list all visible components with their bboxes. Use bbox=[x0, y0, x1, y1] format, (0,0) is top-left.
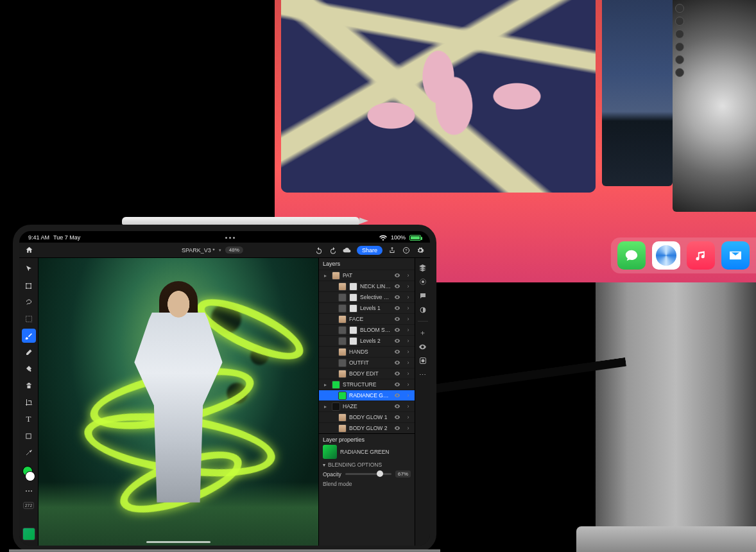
properties-tab-icon[interactable] bbox=[418, 277, 427, 286]
layer-options-icon[interactable]: › bbox=[404, 283, 412, 289]
svg-rect-7 bbox=[26, 316, 31, 322]
layer-row[interactable]: RADIANCE GREEN› bbox=[319, 390, 415, 401]
dock-messages-icon[interactable] bbox=[617, 241, 646, 270]
visibility-eye-icon[interactable] bbox=[394, 316, 402, 322]
home-icon[interactable] bbox=[24, 246, 33, 255]
macos-dock[interactable] bbox=[611, 237, 756, 273]
layer-options-icon[interactable]: › bbox=[404, 305, 412, 311]
layer-options-icon[interactable]: › bbox=[404, 392, 412, 399]
dock-safari-icon[interactable] bbox=[652, 241, 680, 270]
opacity-slider[interactable] bbox=[345, 473, 391, 475]
redo-icon[interactable] bbox=[329, 246, 338, 255]
dock-music-icon[interactable] bbox=[687, 241, 715, 270]
opacity-value[interactable]: 67% bbox=[395, 470, 411, 478]
visibility-eye-icon[interactable] bbox=[394, 414, 402, 420]
visibility-eye-icon[interactable] bbox=[394, 381, 402, 388]
disclosure-icon[interactable]: ▸ bbox=[324, 382, 329, 388]
layer-options-icon[interactable]: › bbox=[404, 272, 412, 279]
navigator-thumb[interactable] bbox=[22, 528, 35, 540]
cloud-icon[interactable] bbox=[343, 246, 352, 255]
eyedropper-tool-icon[interactable] bbox=[22, 445, 36, 460]
layer-options-icon[interactable]: › bbox=[404, 338, 412, 344]
visibility-eye-icon[interactable] bbox=[394, 349, 402, 355]
visibility-eye-icon[interactable] bbox=[394, 272, 402, 279]
layer-options-icon[interactable]: › bbox=[404, 294, 412, 300]
eraser-tool-icon[interactable] bbox=[22, 345, 36, 359]
visibility-eye-icon[interactable] bbox=[394, 392, 402, 399]
text-tool-icon[interactable]: T bbox=[22, 412, 36, 426]
zoom-level[interactable]: 48% bbox=[225, 246, 243, 254]
background-color-swatch[interactable] bbox=[25, 471, 35, 481]
dock-mail-icon[interactable] bbox=[721, 241, 750, 270]
layer-options-icon[interactable]: › bbox=[404, 359, 412, 366]
multitask-dots-icon[interactable] bbox=[225, 237, 235, 239]
layer-options-icon[interactable]: › bbox=[404, 425, 412, 431]
layer-row[interactable]: BODY EDIT› bbox=[319, 368, 415, 379]
fill-tool-icon[interactable] bbox=[22, 362, 36, 376]
layer-row[interactable]: Levels 2› bbox=[319, 335, 415, 346]
quickselect-tool-icon[interactable] bbox=[22, 312, 36, 326]
shape-tool-icon[interactable] bbox=[22, 429, 36, 443]
layer-row[interactable]: BODY GLOW 1› bbox=[319, 411, 415, 422]
layer-row[interactable]: NECK LINE PATCH› bbox=[319, 280, 415, 291]
visibility-eye-icon[interactable] bbox=[394, 283, 402, 289]
layer-options-icon[interactable]: › bbox=[404, 327, 412, 333]
more-icon[interactable]: ⋯ bbox=[418, 370, 427, 379]
visibility-eye-icon[interactable] bbox=[394, 425, 402, 431]
layer-row[interactable]: ▸PAT› bbox=[319, 270, 415, 280]
settings-gear-icon[interactable] bbox=[416, 246, 425, 255]
clone-tool-icon[interactable] bbox=[22, 379, 36, 393]
visibility-eye-icon[interactable] bbox=[394, 327, 402, 333]
layer-row[interactable]: Levels 1› bbox=[319, 302, 415, 313]
disclosure-icon[interactable]: ▸ bbox=[324, 273, 329, 279]
layer-options-icon[interactable]: › bbox=[404, 349, 412, 355]
visibility-eye-icon[interactable] bbox=[394, 403, 402, 410]
layer-options-icon[interactable]: › bbox=[404, 414, 412, 420]
crop-tool-icon[interactable] bbox=[22, 395, 36, 410]
visibility-eye-icon[interactable] bbox=[394, 294, 402, 300]
visibility-icon[interactable] bbox=[418, 342, 427, 351]
layer-options-icon[interactable]: › bbox=[404, 316, 412, 322]
lasso-tool-icon[interactable] bbox=[22, 295, 36, 309]
adjustments-tab-icon[interactable] bbox=[418, 306, 427, 315]
layer-name: HAZE bbox=[343, 403, 391, 410]
brush-tool-icon[interactable] bbox=[22, 329, 36, 343]
visibility-eye-icon[interactable] bbox=[394, 370, 402, 377]
layer-options-icon[interactable]: › bbox=[404, 403, 412, 410]
visibility-eye-icon[interactable] bbox=[394, 305, 402, 311]
layer-row[interactable]: HANDS› bbox=[319, 346, 415, 357]
blend-mode-label[interactable]: Blend mode bbox=[323, 481, 411, 487]
color-swatches[interactable] bbox=[22, 466, 35, 481]
home-indicator[interactable] bbox=[146, 541, 210, 543]
blending-options-toggle[interactable]: ▾ BLENDING OPTIONS bbox=[323, 461, 411, 468]
layer-row[interactable]: Selective Color 1› bbox=[319, 291, 415, 302]
layer-thumb bbox=[338, 392, 347, 400]
layer-row[interactable]: ▸HAZE› bbox=[319, 401, 415, 411]
mask-icon[interactable] bbox=[418, 356, 427, 365]
share-button[interactable]: Share bbox=[357, 246, 382, 255]
transform-tool-icon[interactable] bbox=[22, 279, 36, 293]
document-title[interactable]: SPARK_V3 * bbox=[182, 247, 215, 254]
export-icon[interactable] bbox=[388, 246, 397, 255]
add-layer-icon[interactable]: ＋ bbox=[418, 328, 427, 337]
layer-options-icon[interactable]: › bbox=[404, 370, 412, 377]
layer-count-badge: 272 bbox=[23, 502, 35, 509]
help-icon[interactable]: ? bbox=[402, 246, 411, 255]
visibility-eye-icon[interactable] bbox=[394, 338, 402, 344]
layer-row[interactable]: OUTFIT› bbox=[319, 357, 415, 368]
layer-row[interactable]: FACE› bbox=[319, 313, 415, 324]
layer-mask-thumb bbox=[349, 326, 357, 334]
layers-tab-icon[interactable] bbox=[418, 263, 427, 272]
visibility-eye-icon[interactable] bbox=[394, 359, 402, 366]
layer-row[interactable]: ▸STRUCTURE› bbox=[319, 379, 415, 390]
layer-row[interactable]: BLOOM SUIT› bbox=[319, 324, 415, 335]
move-tool-icon[interactable] bbox=[22, 262, 36, 276]
disclosure-icon[interactable]: ▸ bbox=[324, 404, 329, 410]
canvas[interactable] bbox=[39, 258, 318, 546]
comments-tab-icon[interactable] bbox=[418, 291, 427, 300]
undo-icon[interactable] bbox=[314, 246, 323, 255]
layer-row[interactable]: BODY GLOW 2› bbox=[319, 422, 415, 433]
layer-options-icon[interactable]: › bbox=[404, 381, 412, 388]
more-tools-icon[interactable]: ⋯ bbox=[22, 484, 36, 498]
doc-dropdown-icon[interactable]: ▾ bbox=[219, 248, 221, 253]
